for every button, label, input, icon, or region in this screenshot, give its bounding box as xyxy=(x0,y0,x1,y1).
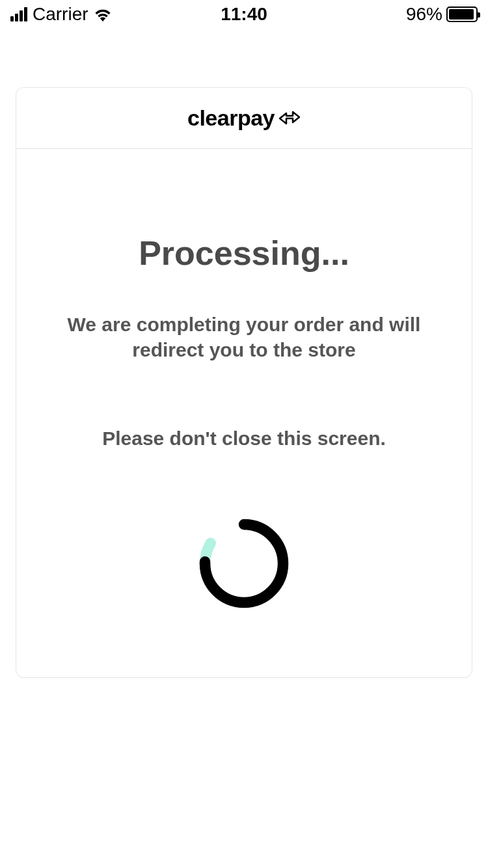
processing-card: clearpay Processing... We are completing… xyxy=(16,87,472,678)
status-left: Carrier xyxy=(10,4,112,25)
battery-icon xyxy=(446,7,478,22)
brand-name: clearpay xyxy=(187,105,275,131)
brand-logo: clearpay xyxy=(187,105,301,131)
svg-point-1 xyxy=(205,524,283,603)
processing-title: Processing... xyxy=(42,234,446,273)
spinner-container xyxy=(42,515,446,612)
processing-subtitle: We are completing your order and will re… xyxy=(42,312,446,362)
carrier-label: Carrier xyxy=(33,4,88,25)
wifi-icon xyxy=(94,7,112,21)
status-time: 11:40 xyxy=(221,4,267,25)
loading-spinner-icon xyxy=(195,515,293,612)
card-body: Processing... We are completing your ord… xyxy=(16,149,472,677)
signal-icon xyxy=(10,7,27,21)
processing-warning: Please don't close this screen. xyxy=(42,427,446,450)
clearpay-icon xyxy=(277,109,301,128)
card-header: clearpay xyxy=(16,88,472,149)
status-right: 96% xyxy=(406,4,478,25)
battery-percent: 96% xyxy=(406,4,442,25)
status-bar: Carrier 11:40 96% xyxy=(0,0,488,29)
